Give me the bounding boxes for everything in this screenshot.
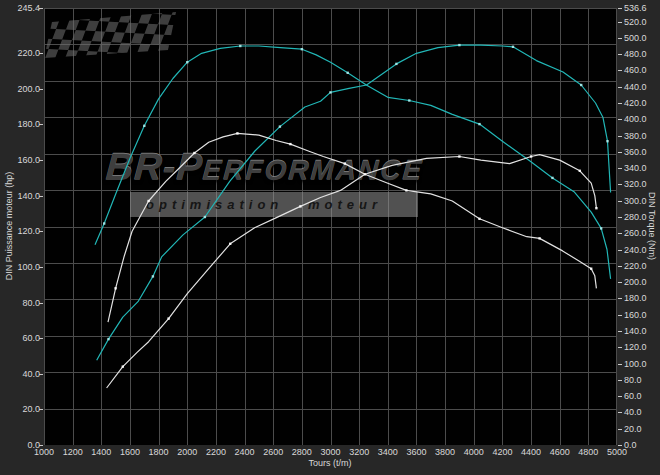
axis-tick-mark (618, 347, 622, 348)
axis-tick-mark (618, 119, 622, 120)
axis-tick-mark (39, 303, 43, 304)
y-right-tick-label: 360.0 (624, 148, 647, 157)
torque-curve-a (95, 46, 611, 279)
axis-tick-mark (618, 184, 622, 185)
y-right-tick-label: 20.0 (624, 425, 642, 434)
axis-tick-mark (618, 87, 622, 88)
axis-tick-mark (618, 103, 622, 104)
axis-tick-mark (618, 282, 622, 283)
y-right-tick-label: 60.0 (624, 392, 642, 401)
y-right-tick-label: 536.6 (624, 4, 647, 13)
y-right-tick-label: 260.0 (624, 229, 647, 238)
y-right-tick-label: 80.0 (624, 376, 642, 385)
axis-tick-mark (618, 298, 622, 299)
axis-tick-mark (618, 152, 622, 153)
axis-tick-mark (618, 22, 622, 23)
x-tick-label: 1200 (58, 448, 88, 457)
axis-tick-mark (618, 233, 622, 234)
y-left-tick-label: 100.0 (17, 263, 40, 272)
y-right-tick-label: 420.0 (624, 99, 647, 108)
x-tick-label: 4400 (516, 448, 546, 457)
x-tick-label: 3800 (430, 448, 460, 457)
x-tick-label: 4600 (545, 448, 575, 457)
x-tick-label: 1600 (115, 448, 145, 457)
axis-tick-mark (618, 396, 622, 397)
axis-tick-mark (39, 8, 43, 9)
curves-canvas (44, 8, 617, 445)
axis-tick-mark (618, 54, 622, 55)
x-tick-label: 2000 (172, 448, 202, 457)
y-left-tick-label: 40.0 (22, 370, 40, 379)
axis-tick-mark (39, 89, 43, 90)
y-right-tick-label: 40.0 (624, 408, 642, 417)
x-tick-label: 3400 (373, 448, 403, 457)
y-right-tick-label: 100.0 (624, 360, 647, 369)
axis-tick-mark (618, 315, 622, 316)
x-tick-label: 2600 (258, 448, 288, 457)
axis-tick-mark (39, 160, 43, 161)
y-left-tick-label: 80.0 (22, 299, 40, 308)
x-tick-label: 2800 (287, 448, 317, 457)
axis-tick-mark (618, 217, 622, 218)
axis-tick-mark (618, 380, 622, 381)
y-right-tick-label: 300.0 (624, 197, 647, 206)
y-right-tick-label: 460.0 (624, 66, 647, 75)
y-right-tick-label: 160.0 (624, 311, 647, 320)
x-tick-label: 4800 (573, 448, 603, 457)
plot-area: BR-PERFORMANCE optimisation moteur (44, 8, 617, 445)
x-tick-label: 2400 (230, 448, 260, 457)
dyno-chart: BR-PERFORMANCE optimisation moteur 245.4… (0, 0, 660, 475)
x-tick-label: 1000 (29, 448, 59, 457)
axis-tick-mark (618, 136, 622, 137)
x-tick-label: 1400 (86, 448, 116, 457)
axis-tick-mark (39, 374, 43, 375)
axis-tick-mark (39, 267, 43, 268)
axis-tick-mark (39, 231, 43, 232)
axis-tick-mark (39, 409, 43, 410)
y-left-tick-label: 220.0 (17, 49, 40, 58)
y-right-tick-label: 400.0 (624, 115, 647, 124)
y-right-tick-label: 480.0 (624, 50, 647, 59)
axis-tick-mark (618, 250, 622, 251)
axis-tick-mark (618, 38, 622, 39)
y-left-tick-label: 245.4 (17, 4, 40, 13)
right-axis-title: DIN Torque (Nm) (647, 192, 657, 260)
y-left-tick-label: 20.0 (22, 405, 40, 414)
y-left-tick-label: 60.0 (22, 334, 40, 343)
y-left-tick-label: 180.0 (17, 120, 40, 129)
y-right-tick-label: 240.0 (624, 246, 647, 255)
axis-tick-mark (618, 201, 622, 202)
axis-tick-mark (618, 331, 622, 332)
y-right-tick-label: 500.0 (624, 34, 647, 43)
y-right-tick-label: 120.0 (624, 343, 647, 352)
axis-tick-mark (618, 70, 622, 71)
y-right-tick-label: 220.0 (624, 262, 647, 271)
y-left-tick-label: 160.0 (17, 156, 40, 165)
axis-tick-mark (39, 196, 43, 197)
axis-tick-mark (39, 338, 43, 339)
axis-tick-mark (39, 53, 43, 54)
y-right-tick-label: 520.0 (624, 18, 647, 27)
axis-tick-mark (618, 429, 622, 430)
x-tick-label: 1800 (144, 448, 174, 457)
y-right-tick-label: 180.0 (624, 294, 647, 303)
axis-tick-mark (618, 8, 622, 9)
axis-tick-mark (618, 412, 622, 413)
axis-tick-mark (618, 364, 622, 365)
y-right-tick-label: 140.0 (624, 327, 647, 336)
y-right-tick-label: 200.0 (624, 278, 647, 287)
x-tick-label: 5000 (602, 448, 632, 457)
torque-curve-b (97, 45, 611, 360)
y-left-tick-label: 200.0 (17, 85, 40, 94)
y-right-tick-label: 280.0 (624, 213, 647, 222)
x-tick-label: 3600 (401, 448, 431, 457)
x-tick-label: 4000 (459, 448, 489, 457)
x-tick-label: 4200 (487, 448, 517, 457)
axis-tick-mark (39, 124, 43, 125)
x-tick-label: 2200 (201, 448, 231, 457)
power-curve-a (108, 133, 596, 322)
y-right-tick-label: 440.0 (624, 83, 647, 92)
y-right-tick-label: 320.0 (624, 180, 647, 189)
y-right-tick-label: 340.0 (624, 164, 647, 173)
axis-tick-mark (618, 266, 622, 267)
